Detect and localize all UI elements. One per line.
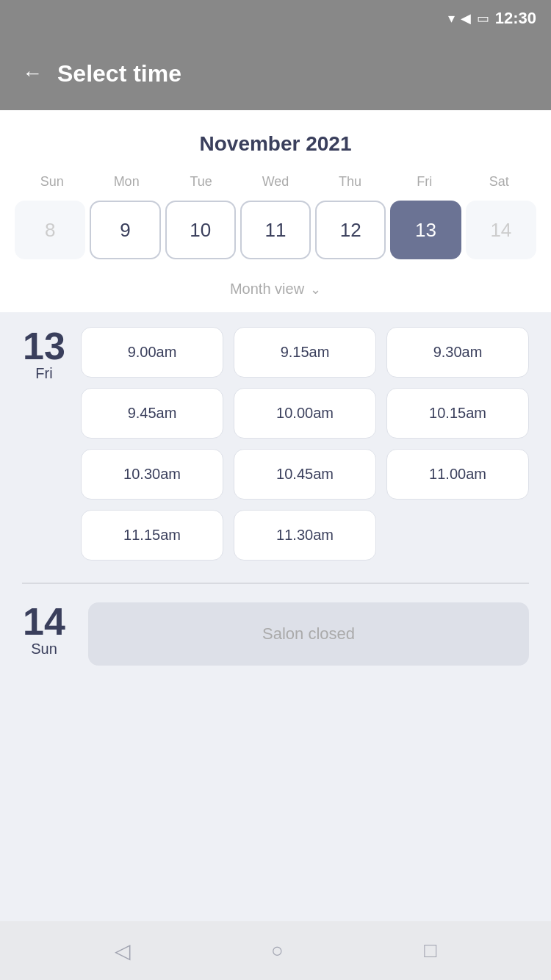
day-row-13: 13 Fri 9.00am 9.15am 9.30am 9.45am 10.00… (22, 327, 529, 561)
date-cell-14: 14 (466, 201, 536, 259)
calendar-section: November 2021 Sun Mon Tue Wed Thu Fri Sa… (0, 110, 551, 270)
month-year-label: November 2021 (15, 132, 536, 156)
month-view-label: Month view (230, 281, 304, 298)
page-title: Select time (57, 60, 181, 87)
day-block-14: 14 Sun Salon closed (22, 602, 529, 666)
weekday-sat: Sat (462, 170, 536, 193)
date-cell-9[interactable]: 9 (90, 201, 160, 259)
day-name-13: Fri (35, 365, 52, 382)
time-slot-1030am[interactable]: 10.30am (81, 449, 223, 500)
status-time: 12:30 (495, 9, 536, 28)
weekday-sun: Sun (15, 170, 89, 193)
time-slot-900am[interactable]: 9.00am (81, 327, 223, 378)
nav-home-button[interactable]: ○ (271, 939, 284, 962)
time-slots-section: 13 Fri 9.00am 9.15am 9.30am 9.45am 10.00… (0, 312, 551, 921)
day-number-13: 13 (23, 327, 65, 365)
salon-closed-banner: Salon closed (88, 602, 529, 666)
day-header-14: 14 Sun (22, 602, 66, 657)
signal-icon: ◀ (461, 10, 471, 26)
time-slot-1045am[interactable]: 10.45am (234, 449, 376, 500)
battery-icon: ▭ (477, 10, 489, 26)
date-cell-12[interactable]: 12 (315, 201, 386, 259)
bottom-nav: ◁ ○ □ (0, 921, 551, 980)
day-header-13: 13 Fri (22, 327, 66, 382)
time-slots-grid-13: 9.00am 9.15am 9.30am 9.45am 10.00am 10.1… (81, 327, 529, 561)
weekday-mon: Mon (89, 170, 163, 193)
weekday-headers: Sun Mon Tue Wed Thu Fri Sat (15, 170, 536, 193)
date-cell-11[interactable]: 11 (240, 201, 311, 259)
closed-block-14: 14 Sun Salon closed (22, 602, 529, 666)
nav-back-button[interactable]: ◁ (115, 939, 131, 963)
time-slot-1015am[interactable]: 10.15am (386, 388, 529, 439)
calendar-dates: 8 9 10 11 12 13 14 (15, 201, 536, 270)
time-slot-1115am[interactable]: 11.15am (81, 510, 223, 561)
status-icons: ▾ ◀ ▭ 12:30 (448, 9, 536, 28)
weekday-fri: Fri (387, 170, 461, 193)
time-slot-945am[interactable]: 9.45am (81, 388, 223, 439)
time-slot-1100am[interactable]: 11.00am (386, 449, 529, 500)
time-slot-1000am[interactable]: 10.00am (234, 388, 376, 439)
month-view-toggle[interactable]: Month view ⌄ (0, 270, 551, 312)
time-slot-915am[interactable]: 9.15am (234, 327, 376, 378)
weekday-thu: Thu (313, 170, 387, 193)
day-separator (22, 583, 529, 584)
date-cell-8: 8 (15, 201, 85, 259)
date-cell-13[interactable]: 13 (390, 201, 461, 259)
chevron-down-icon: ⌄ (310, 281, 321, 298)
day-block-13: 13 Fri 9.00am 9.15am 9.30am 9.45am 10.00… (22, 327, 529, 561)
time-slot-930am[interactable]: 9.30am (386, 327, 529, 378)
wifi-icon: ▾ (448, 10, 455, 26)
time-slot-1130am[interactable]: 11.30am (234, 510, 376, 561)
date-cell-10[interactable]: 10 (165, 201, 236, 259)
header: ← Select time (0, 37, 551, 110)
weekday-wed: Wed (238, 170, 312, 193)
status-bar: ▾ ◀ ▭ 12:30 (0, 0, 551, 37)
weekday-tue: Tue (164, 170, 238, 193)
day-name-14: Sun (31, 641, 57, 657)
nav-recents-button[interactable]: □ (424, 939, 436, 962)
back-button[interactable]: ← (22, 62, 43, 85)
day-number-14: 14 (23, 602, 65, 641)
